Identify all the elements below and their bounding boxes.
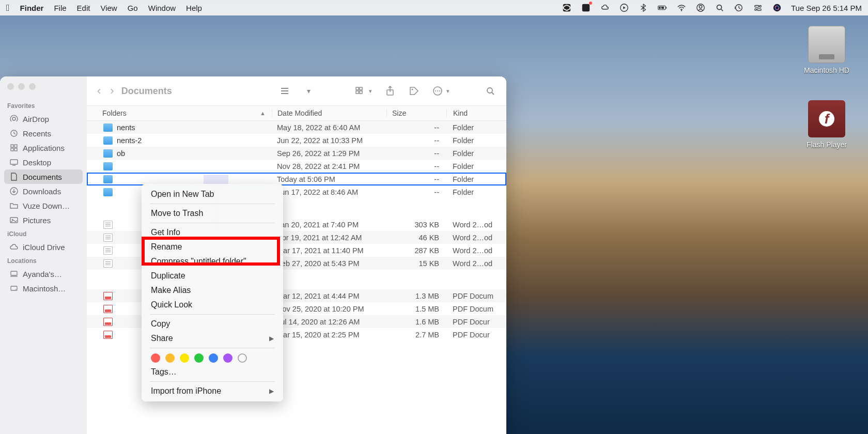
file-size: 15 KB [386, 259, 446, 268]
sidebar-item-downloads[interactable]: Downloads [4, 184, 83, 198]
menu-item-quick-look[interactable]: Quick Look [142, 298, 283, 312]
file-kind: PDF Docum [446, 305, 506, 313]
sidebar-section-title: Locations [4, 254, 83, 267]
tag-red-icon[interactable] [151, 353, 160, 363]
menu-help[interactable]: Help [186, 4, 202, 12]
bluetooth-icon[interactable] [638, 3, 648, 13]
svg-rect-37 [356, 87, 359, 90]
column-header-date[interactable]: Date Modified [272, 109, 386, 117]
tag-orange-icon[interactable] [165, 353, 175, 363]
folder-icon [103, 162, 113, 171]
sidebar-section-title: iCloud [4, 227, 83, 240]
menu-window[interactable]: Window [148, 4, 176, 12]
file-row[interactable]: obSep 26, 2022 at 1:29 PM--Folder [87, 147, 506, 160]
status-icon-app2[interactable] [581, 3, 591, 13]
svg-rect-24 [14, 148, 17, 151]
downloads-icon [9, 187, 19, 196]
menu-go[interactable]: Go [128, 4, 138, 12]
menu-item-get-info[interactable]: Get Info [142, 225, 283, 240]
column-header-kind[interactable]: Kind [446, 109, 506, 117]
nav-back-button[interactable]: ‹ [97, 84, 101, 98]
view-group-icon[interactable] [354, 85, 366, 97]
sort-indicator-icon: ▲ [260, 110, 272, 116]
tag-gray-icon[interactable] [238, 353, 247, 363]
minimize-window-button[interactable] [18, 83, 25, 90]
sidebar-item-documents[interactable]: Documents [4, 169, 83, 184]
share-icon[interactable] [384, 85, 396, 97]
desktop-icon-flash-player[interactable]: Flash Player [796, 100, 858, 149]
svg-rect-30 [11, 271, 17, 275]
status-icon-app1[interactable] [562, 3, 572, 13]
sidebar-item-desktop[interactable]: Desktop [4, 155, 83, 169]
tag-green-icon[interactable] [194, 353, 204, 363]
menu-item-share[interactable]: Share▶ [142, 331, 283, 346]
close-window-button[interactable] [7, 83, 14, 90]
sidebar-item-airdrop[interactable]: AirDrop [4, 112, 83, 126]
sidebar-item-recents[interactable]: Recents [4, 126, 83, 141]
file-row[interactable]: Nov 28, 2022 at 2:41 PM--Folder [87, 160, 506, 173]
menu-item-compress-untitled-folder[interactable]: Compress "untitled folder" [142, 254, 283, 269]
time-machine-icon[interactable] [734, 3, 744, 13]
view-group-chevron-icon[interactable]: ▾ [369, 88, 372, 95]
tag-icon[interactable] [408, 85, 420, 97]
nav-forward-button[interactable]: › [110, 84, 114, 98]
menu-item-open-in-new-tab[interactable]: Open in New Tab [142, 187, 283, 202]
desktop-icon-macintosh-hd[interactable]: Macintosh HD [796, 26, 858, 74]
menu-item-move-to-trash[interactable]: Move to Trash [142, 206, 283, 221]
menu-item-import-from-iphone[interactable]: Import from iPhone▶ [142, 384, 283, 398]
documents-icon [9, 172, 19, 181]
sidebar-item-ayandas[interactable]: Ayanda's… [4, 267, 83, 281]
sidebar-item-vuzedown[interactable]: Vuze Down… [4, 198, 83, 213]
file-size: 287 KB [386, 246, 446, 255]
menu-file[interactable]: File [54, 4, 66, 12]
wifi-icon[interactable] [676, 3, 687, 13]
menu-view[interactable]: View [100, 4, 117, 12]
menu-item-tags[interactable]: Tags… [142, 365, 283, 379]
siri-icon[interactable] [772, 3, 782, 13]
control-center-icon[interactable] [753, 3, 763, 13]
folder-icon [103, 123, 113, 132]
file-date: Feb 27, 2020 at 5:43 PM [272, 259, 386, 268]
file-row[interactable]: nents-2Jun 22, 2022 at 10:33 PM--Folder [87, 134, 506, 147]
menu-item-label: Copy [151, 319, 170, 329]
tag-purple-icon[interactable] [223, 353, 233, 363]
file-row[interactable]: nentsMay 18, 2022 at 6:40 AM--Folder [87, 121, 506, 134]
folder-icon [103, 175, 113, 183]
menu-item-rename[interactable]: Rename [142, 240, 283, 254]
sidebar-item-iclouddrive[interactable]: iCloud Drive [4, 240, 83, 254]
menu-item-duplicate[interactable]: Duplicate [142, 269, 283, 283]
menu-item-copy[interactable]: Copy [142, 317, 283, 331]
zoom-window-button[interactable] [29, 83, 36, 90]
menu-item-label: Compress "untitled folder" [151, 257, 246, 266]
view-list-icon[interactable] [279, 85, 290, 97]
active-app-name[interactable]: Finder [20, 4, 44, 12]
menubar-datetime[interactable]: Tue Sep 26 5:14 PM [791, 4, 862, 12]
sidebar-item-label: Ayanda's… [23, 270, 62, 278]
spotlight-search-icon[interactable] [715, 3, 725, 13]
desktop-icons: Macintosh HD Flash Player [796, 26, 858, 149]
column-header-size[interactable]: Size [386, 109, 446, 117]
sidebar-item-macintosh[interactable]: Macintosh… [4, 281, 83, 296]
apple-logo-icon[interactable]:  [6, 3, 10, 13]
menu-item-label: Import from iPhone [151, 386, 221, 396]
user-icon[interactable] [695, 3, 706, 13]
file-size: 46 KB [386, 234, 446, 242]
search-icon[interactable] [485, 85, 496, 97]
sidebar-item-label: Recents [23, 129, 51, 138]
menu-item-make-alias[interactable]: Make Alias [142, 283, 283, 298]
menu-edit[interactable]: Edit [77, 4, 90, 12]
file-date: Sep 26, 2022 at 1:29 PM [272, 149, 386, 158]
sidebar-item-pictures[interactable]: Pictures [4, 213, 83, 227]
actions-icon[interactable] [432, 85, 443, 97]
sidebar-item-applications[interactable]: Applications [4, 141, 83, 155]
creative-cloud-icon[interactable] [600, 3, 610, 13]
actions-chevron-icon[interactable]: ▾ [446, 88, 450, 95]
tag-yellow-icon[interactable] [180, 353, 189, 363]
svg-rect-14 [757, 9, 761, 11]
tag-blue-icon[interactable] [209, 353, 218, 363]
play-icon[interactable] [619, 3, 629, 13]
file-date: Apr 19, 2021 at 12:42 AM [272, 234, 386, 242]
view-sort-icon[interactable]: ▾ [303, 85, 314, 97]
column-header-name[interactable]: Folders▲ [87, 109, 272, 117]
battery-icon[interactable] [657, 3, 668, 13]
